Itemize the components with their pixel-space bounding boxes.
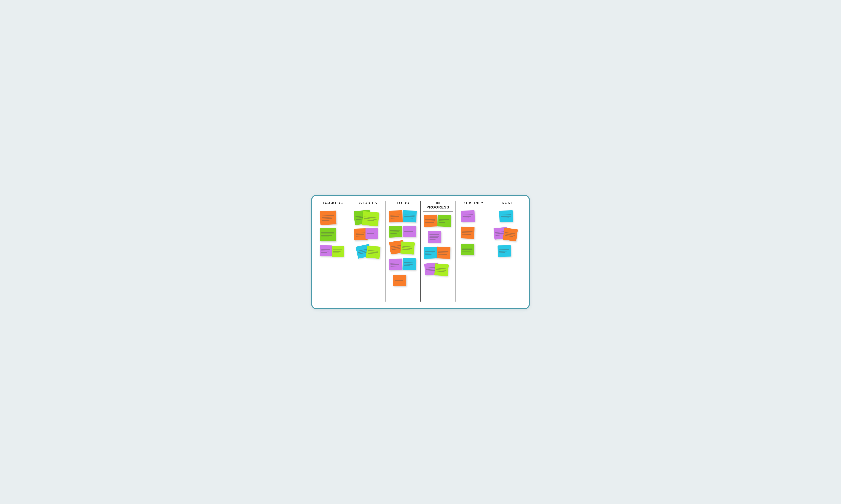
note[interactable] [403,226,416,237]
note[interactable] [400,241,415,255]
column-stories: STORIES [351,201,386,302]
note[interactable] [461,227,475,239]
column-body-toverify [458,209,487,296]
note[interactable] [498,245,511,257]
column-header-toverify: TO VERIFY [458,201,487,207]
note[interactable] [461,210,475,222]
column-header-inprogress: IN PROGRESS [423,201,453,212]
column-header-stories: STORIES [354,201,383,207]
note[interactable] [428,231,441,242]
note[interactable] [332,246,344,257]
column-inprogress: IN PROGRESS [420,201,456,302]
column-header-backlog: BACKLOG [319,201,348,207]
note[interactable] [434,263,449,276]
note[interactable] [499,210,513,222]
note[interactable] [393,275,406,286]
note[interactable] [362,211,379,226]
note[interactable] [389,258,402,270]
column-body-backlog [319,209,348,296]
column-toverify: TO VERIFY [456,201,490,302]
note[interactable] [424,247,437,259]
column-backlog: BACKLOG [316,201,351,302]
column-body-inprogress [423,214,453,301]
column-done: DONE [490,201,525,302]
note[interactable] [437,247,450,259]
note[interactable] [437,215,451,227]
note[interactable] [389,226,402,238]
column-todo: TO DO [386,201,420,302]
column-body-todo [388,209,418,296]
column-header-todo: TO DO [388,201,418,207]
note[interactable] [320,211,337,225]
note[interactable] [320,228,336,241]
note[interactable] [366,246,380,259]
note[interactable] [402,258,416,270]
kanban-board: BACKLOG [311,195,530,309]
column-body-stories [354,209,383,296]
board-columns: BACKLOG [316,201,525,302]
note[interactable] [503,228,518,241]
note[interactable] [403,210,417,222]
column-header-done: DONE [493,201,522,207]
note[interactable] [461,244,474,255]
note[interactable] [365,228,378,239]
note[interactable] [424,215,437,227]
note[interactable] [389,210,403,222]
note[interactable] [320,245,332,256]
column-body-done [493,209,522,296]
